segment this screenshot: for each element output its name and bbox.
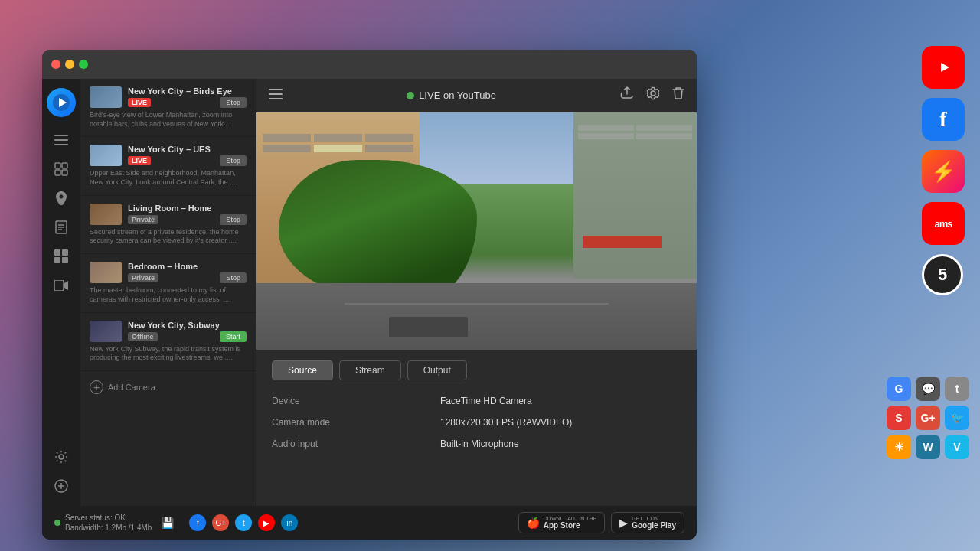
camera-item[interactable]: New York City, Subway Offline Start New … xyxy=(80,313,256,371)
audio-input-value: Built-in Microphone xyxy=(440,439,681,449)
social-linkedin[interactable]: in xyxy=(281,514,298,531)
camera-name: Living Room – Home xyxy=(128,204,247,213)
camera-info: New York City – UES LIVE Stop xyxy=(128,145,247,166)
settings-grid: Device FaceTime HD Camera Camera mode 12… xyxy=(272,396,681,449)
nav-item-add[interactable] xyxy=(49,474,74,498)
camera-item[interactable]: Bedroom – Home Private Stop The master b… xyxy=(80,254,256,312)
close-button[interactable] xyxy=(51,60,60,69)
stop-button[interactable]: Stop xyxy=(220,214,247,225)
video-controls: Source Stream Output Device FaceTime HD … xyxy=(256,350,697,460)
status-badge: LIVE xyxy=(128,156,151,165)
wp-small-icon[interactable]: W xyxy=(916,435,940,459)
chat-small-icon[interactable]: 💬 xyxy=(916,377,940,401)
tumblr-small-icon[interactable]: t xyxy=(945,377,969,401)
sun-small-icon[interactable]: ☀ xyxy=(887,435,911,459)
svg-rect-4 xyxy=(54,135,68,136)
social-googleplus[interactable]: G+ xyxy=(212,514,229,531)
tab-source[interactable]: Source xyxy=(272,360,333,380)
social-twitter[interactable]: t xyxy=(235,514,252,531)
camera-thumbnail xyxy=(90,204,122,225)
google-play-icon: ▶ xyxy=(619,517,628,529)
camera-item[interactable]: New York City – UES LIVE Stop Upper East… xyxy=(80,137,256,195)
google-play-badge[interactable]: ▶ GET IT ON Google Play xyxy=(611,512,684,533)
maximize-button[interactable] xyxy=(79,60,88,69)
add-circle-icon: + xyxy=(90,380,103,394)
nav-item-channels[interactable] xyxy=(49,128,74,152)
camera-name: New York City – UES xyxy=(128,145,247,154)
status-badge: Private xyxy=(128,215,158,224)
svg-rect-25 xyxy=(269,98,283,99)
app-logo[interactable] xyxy=(47,88,76,117)
nav-item-notes[interactable] xyxy=(49,215,74,240)
tab-stream[interactable]: Stream xyxy=(339,360,401,380)
s-small-icon[interactable]: S xyxy=(887,406,911,430)
building-right xyxy=(573,112,697,279)
camera-item[interactable]: New York City – Birds Eye LIVE Stop Bird… xyxy=(80,79,256,137)
minimize-button[interactable] xyxy=(65,60,74,69)
svg-rect-15 xyxy=(54,249,60,256)
nav-item-grid[interactable] xyxy=(49,244,74,269)
add-camera-button[interactable]: + Add Camera xyxy=(80,371,256,403)
camera-status-row: LIVE Stop xyxy=(128,97,247,108)
stop-button[interactable]: Stop xyxy=(220,155,247,166)
settings-button[interactable] xyxy=(646,86,660,104)
menu-icon[interactable] xyxy=(269,89,283,103)
v-small-icon[interactable]: V xyxy=(945,435,969,459)
main-view: LIVE on YouTube xyxy=(256,79,697,540)
status-badge: LIVE xyxy=(128,98,151,107)
status-text: Server status: OK Bandwidth: 1.2Mb /1.4M… xyxy=(65,513,152,533)
camera-header: Bedroom – Home Private Stop xyxy=(90,262,247,283)
facebook-desktop-icon[interactable]: f xyxy=(922,98,965,141)
social-youtube[interactable]: ▶ xyxy=(258,514,275,531)
delete-button[interactable] xyxy=(672,86,684,104)
awning xyxy=(583,236,662,248)
ams-desktop-icon[interactable]: ams xyxy=(922,202,965,245)
social-facebook[interactable]: f xyxy=(189,514,206,531)
camera-info: Living Room – Home Private Stop xyxy=(128,204,247,225)
svg-rect-6 xyxy=(54,144,68,145)
svg-rect-5 xyxy=(54,139,68,141)
camera-description: Secured stream of a private residence, t… xyxy=(90,228,247,246)
device-label: Device xyxy=(272,396,425,406)
audio-input-label: Audio input xyxy=(272,439,425,449)
s5-desktop-icon[interactable]: 5 xyxy=(922,254,963,295)
svg-rect-24 xyxy=(269,93,283,95)
apple-icon: 🍎 xyxy=(527,517,540,529)
camera-list: New York City – Birds Eye LIVE Stop Bird… xyxy=(80,79,256,540)
desktop-icons-small: G 💬 t S G+ 🐦 ☀ W V xyxy=(887,377,969,459)
camera-thumbnail xyxy=(90,86,122,108)
camera-item[interactable]: Living Room – Home Private Stop Secured … xyxy=(80,196,256,254)
street-scene xyxy=(256,112,697,350)
car xyxy=(389,317,469,337)
nav-item-location[interactable] xyxy=(49,186,74,210)
live-dot xyxy=(407,92,414,99)
svg-rect-9 xyxy=(55,170,60,175)
app-window: New York City – Birds Eye LIVE Stop Bird… xyxy=(42,50,697,540)
social-icons: f G+ t ▶ in xyxy=(189,514,298,531)
tab-output[interactable]: Output xyxy=(407,360,467,380)
youtube-desktop-icon[interactable] xyxy=(922,46,965,89)
nav-item-settings[interactable] xyxy=(49,445,74,469)
nav-item-video[interactable] xyxy=(49,273,74,298)
status-bar: Server status: OK Bandwidth: 1.2Mb /1.4M… xyxy=(42,506,697,540)
camera-name: Bedroom – Home xyxy=(128,262,247,271)
share-button[interactable] xyxy=(620,86,634,104)
svg-rect-19 xyxy=(54,280,64,291)
nav-item-library[interactable] xyxy=(49,157,74,181)
gplus-small-icon[interactable]: G+ xyxy=(916,406,940,430)
camera-thumbnail xyxy=(90,145,122,166)
camera-status-row: Offline Start xyxy=(128,331,247,342)
app-store-badge[interactable]: 🍎 Download on the App Store xyxy=(518,512,606,533)
tabs-row: Source Stream Output xyxy=(272,360,681,380)
lightning-desktop-icon[interactable]: ⚡ xyxy=(922,150,965,193)
svg-rect-7 xyxy=(55,163,60,168)
video-preview xyxy=(256,112,697,350)
camera-status-row: Private Stop xyxy=(128,272,247,283)
title-bar xyxy=(42,50,697,79)
start-button[interactable]: Start xyxy=(220,331,247,342)
stop-button[interactable]: Stop xyxy=(220,272,247,283)
store-badges: 🍎 Download on the App Store ▶ GET IT ON … xyxy=(518,512,684,533)
stop-button[interactable]: Stop xyxy=(220,97,247,108)
g-small-icon[interactable]: G xyxy=(887,377,911,401)
twitter-small-icon[interactable]: 🐦 xyxy=(945,406,969,430)
